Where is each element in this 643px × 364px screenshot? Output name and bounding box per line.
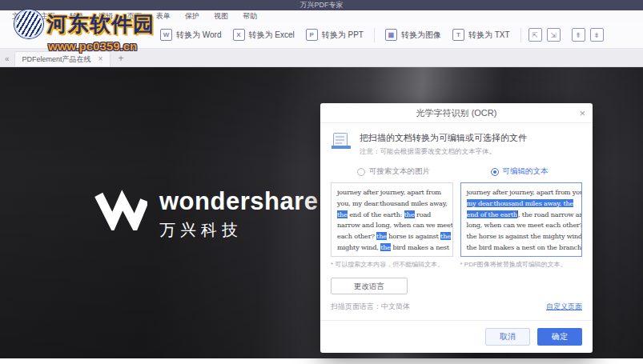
dialog-headline: 把扫描的文档转换为可编辑或可选择的文件 xyxy=(360,132,527,144)
page-import-icon: ⇲ xyxy=(550,31,557,39)
menu-item-help[interactable]: 帮助 xyxy=(235,10,264,22)
preview-searchable-panel[interactable]: journey after journey, apart fromyou, my… xyxy=(331,182,453,257)
convert-to-word-button[interactable]: W 转换为 Word xyxy=(155,26,227,45)
convert-to-excel-label: 转换为 Excel xyxy=(249,30,295,41)
ocr-dialog: 光学字符识别 (OCR) × 把扫描的文档转换为可编辑或可选择的文件 注意：可能… xyxy=(320,103,593,353)
page-down-icon: ⇟ xyxy=(593,31,600,39)
tab-label: PDFelement产品在线 xyxy=(22,54,91,65)
excel-file-icon: X xyxy=(233,29,245,41)
custom-pages-link[interactable]: 自定义页面 xyxy=(546,302,582,312)
wondershare-brand: wondershare 万兴科技 xyxy=(94,184,318,241)
new-tab-button[interactable]: + xyxy=(118,54,123,63)
convert-to-ppt-button[interactable]: P 转换为 PPT xyxy=(300,26,369,45)
radio-dot-icon xyxy=(491,168,499,176)
toolbar-divider xyxy=(374,28,375,42)
scanner-icon xyxy=(331,132,352,151)
menu-item-view[interactable]: 视图 xyxy=(207,10,235,22)
app-window: 万兴PDF专家 文件 主页 转换 编辑 页面 表单 保护 视图 帮助 W 转换为… xyxy=(0,0,643,364)
dialog-header: 光学字符识别 (OCR) × xyxy=(320,103,593,123)
preview-editable-panel[interactable]: journey after journey, apart from you,my… xyxy=(460,182,583,257)
radio-editable-text[interactable]: 可编辑的文本 xyxy=(456,166,582,177)
cancel-button[interactable]: 取消 xyxy=(485,328,530,346)
convert-to-image-label: 转换为图像 xyxy=(401,30,441,41)
site-watermark: 河东软件园 www.pc0359.cn xyxy=(14,10,155,53)
bottom-strip xyxy=(0,358,643,364)
tab-close-icon[interactable]: × xyxy=(98,55,103,63)
txt-file-icon: T xyxy=(452,29,464,41)
convert-extra-button-4[interactable]: ⇟ xyxy=(590,28,604,42)
footnote-searchable: * 可以搜索文本内容，但不能编辑文本。 xyxy=(331,260,453,269)
language-label: 扫描页面语言：中文简体 xyxy=(331,302,410,312)
collapse-chevron-icon[interactable]: « xyxy=(5,54,10,63)
confirm-button[interactable]: 确定 xyxy=(537,328,582,346)
radio-searchable-label: 可搜索文本的图片 xyxy=(369,166,430,177)
ppt-file-icon: P xyxy=(306,29,318,41)
page-export-icon: ⇱ xyxy=(532,31,538,39)
radio-editable-label: 可编辑的文本 xyxy=(503,166,549,177)
convert-extra-button-2[interactable]: ⇲ xyxy=(547,28,561,42)
brand-wordmark: wondershare xyxy=(159,189,318,214)
radio-circle-icon xyxy=(357,168,365,176)
convert-to-word-label: 转换为 Word xyxy=(176,30,222,41)
convert-to-txt-label: 转换为 TXT xyxy=(468,30,510,41)
word-file-icon: W xyxy=(160,29,172,41)
window-title: 万兴PDF专家 xyxy=(300,1,344,9)
convert-to-ppt-label: 转换为 PPT xyxy=(322,30,364,41)
watermark-logo-icon xyxy=(14,10,43,38)
brand-chinese-name: 万兴科技 xyxy=(159,219,318,241)
dialog-note: 注意：可能会根据需要改变文档的文本字体。 xyxy=(360,147,527,157)
footnote-editable: * PDF图像将被替换成可编辑的文本。 xyxy=(460,260,583,269)
toolbar-divider xyxy=(520,28,521,42)
page-up-icon: ⇞ xyxy=(575,31,581,39)
dialog-title: 光学字符识别 (OCR) xyxy=(416,108,497,118)
tab-pdfelement-online[interactable]: PDFelement产品在线 × xyxy=(14,51,111,66)
image-file-icon: ▦ xyxy=(385,29,397,41)
watermark-url: www.pc0359.cn xyxy=(48,39,155,53)
convert-extra-button-3[interactable]: ⇞ xyxy=(572,28,585,42)
convert-to-txt-button[interactable]: T 转换为 TXT xyxy=(447,26,516,45)
menu-item-protect[interactable]: 保护 xyxy=(178,10,207,22)
watermark-site-name: 河东软件园 xyxy=(46,10,155,38)
convert-extra-button-1[interactable]: ⇱ xyxy=(528,28,542,42)
dialog-footer: 取消 确定 xyxy=(320,320,593,353)
dialog-close-icon[interactable]: × xyxy=(579,103,585,123)
wondershare-logo-icon xyxy=(94,184,147,230)
radio-searchable-image[interactable]: 可搜索文本的图片 xyxy=(331,166,456,177)
convert-to-image-button[interactable]: ▦ 转换为图像 xyxy=(380,26,447,45)
change-language-button[interactable]: 更改语言 xyxy=(331,278,408,294)
convert-to-excel-button[interactable]: X 转换为 Excel xyxy=(227,26,300,45)
